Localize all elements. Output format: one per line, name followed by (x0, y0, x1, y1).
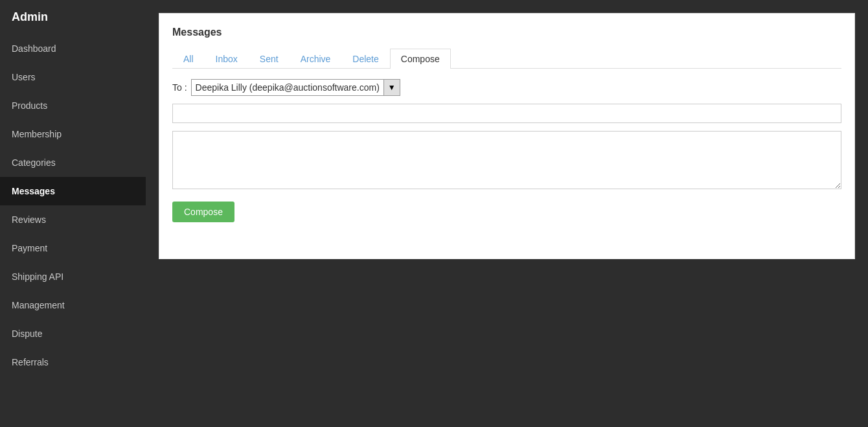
sidebar-item-dispute[interactable]: Dispute (0, 319, 146, 348)
admin-title: Admin (0, 0, 146, 34)
sidebar-item-reviews[interactable]: Reviews (0, 205, 146, 234)
to-row: To : Deepika Lilly (deepika@auctionsoftw… (172, 79, 841, 96)
sidebar-item-categories[interactable]: Categories (0, 148, 146, 177)
to-label: To : (172, 82, 187, 93)
tabs-bar: AllInboxSentArchiveDeleteCompose (172, 49, 841, 69)
tab-inbox[interactable]: Inbox (205, 49, 249, 69)
sidebar: Admin DashboardUsersProductsMembershipCa… (0, 0, 146, 427)
sidebar-item-payment[interactable]: Payment (0, 234, 146, 262)
sidebar-item-messages[interactable]: Messages (0, 177, 146, 205)
main-content: Messages AllInboxSentArchiveDeleteCompos… (146, 0, 868, 427)
sidebar-item-shipping-api[interactable]: Shipping API (0, 262, 146, 291)
tab-compose[interactable]: Compose (390, 49, 451, 69)
messages-panel: Messages AllInboxSentArchiveDeleteCompos… (159, 13, 855, 259)
to-select-wrapper[interactable]: Deepika Lilly (deepika@auctionsoftware.c… (191, 79, 400, 96)
compose-button[interactable]: Compose (172, 202, 234, 222)
sidebar-item-dashboard[interactable]: Dashboard (0, 34, 146, 63)
sidebar-item-membership[interactable]: Membership (0, 120, 146, 148)
message-textarea[interactable] (172, 131, 841, 189)
to-dropdown-button[interactable]: ▼ (383, 80, 400, 95)
sidebar-item-products[interactable]: Products (0, 91, 146, 120)
sidebar-item-users[interactable]: Users (0, 63, 146, 91)
tab-archive[interactable]: Archive (290, 49, 342, 69)
to-select-value: Deepika Lilly (deepika@auctionsoftware.c… (192, 80, 383, 95)
subject-input[interactable] (172, 104, 841, 123)
tab-delete[interactable]: Delete (341, 49, 389, 69)
sidebar-item-management[interactable]: Management (0, 291, 146, 319)
panel-title: Messages (172, 27, 841, 38)
tab-all[interactable]: All (172, 49, 205, 69)
sidebar-nav: DashboardUsersProductsMembershipCategori… (0, 34, 146, 376)
tab-sent[interactable]: Sent (249, 49, 290, 69)
sidebar-item-referrals[interactable]: Referrals (0, 348, 146, 376)
